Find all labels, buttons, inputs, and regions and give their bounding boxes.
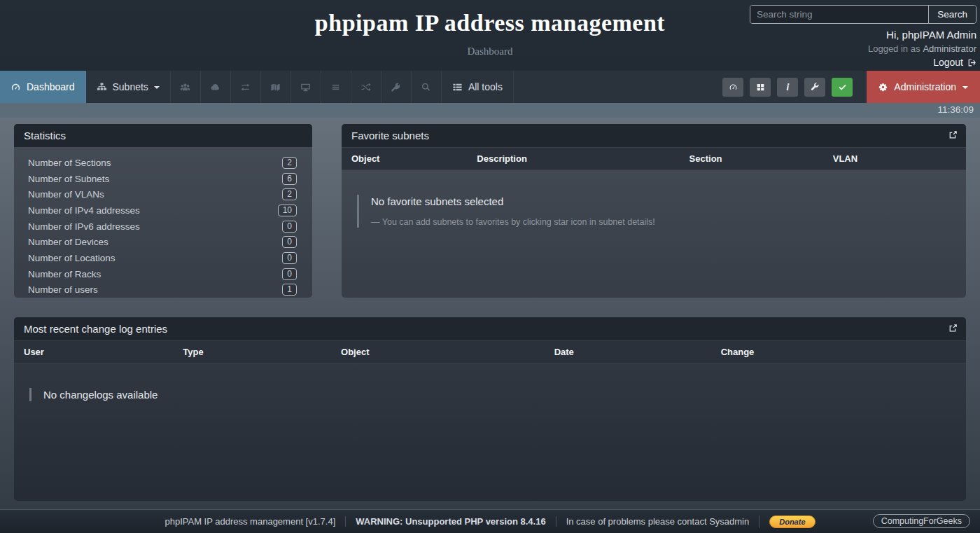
stat-label: Number of Sections [28,158,111,168]
quick-tools-button[interactable] [804,78,825,97]
user-role-link[interactable]: Administrator [923,43,976,54]
favorites-empty-hint: — You can add subnets to favorites by cl… [371,217,966,227]
map-icon [270,82,281,92]
nav-tab-exchange[interactable] [231,71,261,103]
column-header: User [14,341,178,363]
nav-tab-label: All tools [468,81,503,92]
footer-php-warning: WARNING: Unsupported PHP version 8.4.16 [345,516,555,527]
statistics-panel: Statistics Number of Sections 2 Number o… [14,124,312,298]
sign-out-icon [967,58,976,67]
list-icon [452,82,463,92]
changelog-empty-title: No changelogs available [43,389,966,401]
stat-row: Number of Racks 0 [28,266,297,282]
main-content: Statistics Number of Sections 2 Number o… [0,118,980,509]
changelog-empty-state: No changelogs available [29,388,966,401]
stat-value-badge: 0 [282,236,297,248]
favorites-table-header: Object Description Section VLAN [342,147,966,170]
stat-row: Number of Subnets 6 [28,171,297,187]
logout-link[interactable]: Logout [933,57,976,68]
search-group: Search [750,5,976,24]
nav-tab-users[interactable] [171,71,201,103]
user-greeting: Hi, phpIPAM Admin [746,29,976,41]
quick-dashboard-button[interactable] [722,78,743,97]
footer-donate-wrap: Donate [759,515,825,528]
desktop-icon [300,82,311,92]
top-header: phpipam IP address management Dashboard … [0,0,980,71]
favorites-empty-title: No favorite subnets selected [371,195,966,207]
nav-tab-label: Subnets [113,81,148,92]
clock-time: 11:36:09 [937,104,974,115]
stat-label: Number of Subnets [28,174,109,184]
dashboard-top-row: Statistics Number of Sections 2 Number o… [14,124,966,298]
stat-value-badge: 6 [282,173,297,185]
column-header: Change [717,341,966,363]
stat-value-badge: 2 [282,188,297,200]
quick-info-button[interactable]: i [777,78,798,97]
stat-row: Number of IPv4 addresses 10 [28,202,297,219]
stat-label: Number of IPv6 addresses [28,221,140,232]
column-header: VLAN [829,148,966,169]
info-icon: i [786,82,789,92]
nav-tab-search[interactable] [412,71,442,103]
menu-bars-icon [330,82,341,92]
search-button[interactable]: Search [928,6,976,23]
column-header: Object [337,341,550,363]
favorites-panel-title: Favorite subnets [342,124,966,147]
grid-icon [756,83,765,92]
stat-value-badge: 10 [278,205,297,216]
administration-label: Administration [894,81,956,92]
statistics-list: Number of Sections 2 Number of Subnets 6… [14,147,312,298]
logged-in-prefix: Logged in as [868,43,920,54]
gear-icon [878,83,888,92]
nav-tab-dashboard[interactable]: Dashboard [0,71,86,103]
exchange-arrows-icon [240,82,251,92]
nav-tab-shuffle[interactable] [351,71,382,103]
footer: phpIPAM IP address management [v1.7.4] W… [0,509,980,533]
sitemap-icon [97,82,107,92]
external-link-icon[interactable] [948,130,958,139]
stat-row: Number of users 1 [28,282,297,298]
stat-label: Number of users [28,284,98,295]
statistics-panel-title: Statistics [14,124,312,147]
shuffle-icon [360,82,371,92]
logged-in-as: Logged in asAdministrator [746,43,976,54]
nav-tab-desktop[interactable] [291,71,321,103]
users-icon [180,82,190,92]
main-navbar: Dashboard Subnets [0,71,980,103]
quick-check-button[interactable] [832,78,853,97]
external-link-icon[interactable] [948,324,958,333]
favorites-empty-state: No favorite subnets selected — You can a… [357,195,966,228]
computingforgeeks-badge[interactable]: ComputingForGeeks [873,514,970,528]
gauge-icon [729,83,738,92]
nav-tab-map[interactable] [261,71,291,103]
stat-label: Number of IPv4 addresses [28,205,140,216]
administration-dropdown[interactable]: Administration [867,71,980,103]
gauge-icon [10,82,21,92]
nav-tab-label: Dashboard [27,81,75,92]
footer-contact: In case of problems please contact Sysad… [556,516,760,527]
search-input[interactable] [750,6,928,23]
nav-tab-menu[interactable] [321,71,351,103]
nav-tab-cloud[interactable] [201,71,231,103]
header-user-area: Search Hi, phpIPAM Admin Logged in asAdm… [746,5,976,69]
nav-tab-subnets[interactable]: Subnets [86,71,171,103]
stat-label: Number of VLANs [28,189,104,200]
nav-tab-key[interactable] [382,71,412,103]
column-header: Type [178,341,337,363]
check-icon [838,83,847,92]
chevron-down-icon [962,86,968,89]
nav-tab-all-tools[interactable]: All tools [442,71,514,103]
quick-grid-button[interactable] [750,78,771,97]
column-header: Section [685,148,829,169]
stat-row: Number of Devices 0 [28,234,297,250]
footer-version: phpIPAM IP address management [v1.7.4] [155,516,345,527]
donate-button[interactable]: Donate [769,515,815,528]
stat-row: Number of IPv6 addresses 0 [28,219,297,235]
wrench-icon [811,83,820,92]
nav-right-actions: i Administration [722,71,980,103]
column-header: Object [342,148,472,169]
stat-value-badge: 1 [282,284,297,296]
stat-label: Number of Racks [28,269,101,279]
changelog-panel: Most recent change log entries User Type… [14,317,966,501]
stat-label: Number of Locations [28,253,115,263]
